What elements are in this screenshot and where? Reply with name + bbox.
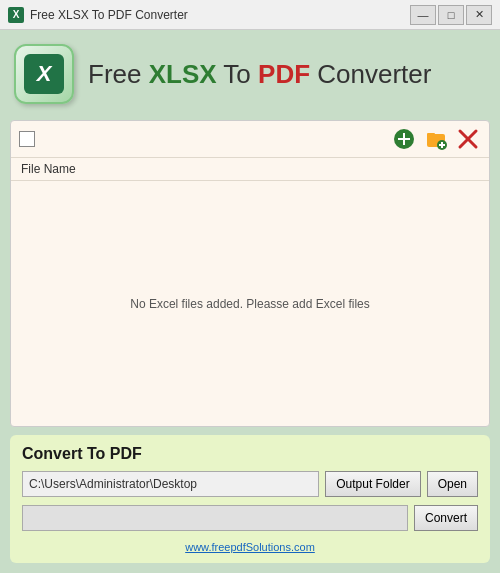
progress-bar bbox=[22, 505, 408, 531]
delete-icon bbox=[457, 128, 479, 150]
convert-button[interactable]: Convert bbox=[414, 505, 478, 531]
file-area-toolbar bbox=[11, 121, 489, 158]
add-files-icon bbox=[393, 128, 415, 150]
app-title: Free XLSX To PDF Converter bbox=[88, 59, 431, 90]
minimize-button[interactable]: — bbox=[410, 5, 436, 25]
title-converter: Converter bbox=[310, 59, 431, 89]
svg-rect-2 bbox=[398, 138, 410, 140]
svg-rect-7 bbox=[439, 144, 445, 146]
title-pdf: PDF bbox=[258, 59, 310, 89]
progress-row: Convert bbox=[22, 505, 478, 531]
title-to: To bbox=[217, 59, 258, 89]
title-bar-controls: — □ ✕ bbox=[410, 5, 492, 25]
path-row: Output Folder Open bbox=[22, 471, 478, 497]
title-bar-icon: X bbox=[8, 7, 24, 23]
add-files-button[interactable] bbox=[391, 127, 417, 151]
file-area: File Name No Excel files added. Pleasse … bbox=[10, 120, 490, 427]
file-list-header: File Name bbox=[11, 158, 489, 181]
delete-files-button[interactable] bbox=[455, 127, 481, 151]
title-bar-text: Free XLSX To PDF Converter bbox=[30, 8, 410, 22]
select-all-checkbox[interactable] bbox=[19, 131, 35, 147]
svg-rect-4 bbox=[427, 133, 435, 137]
main-window: X Free XLSX To PDF Converter bbox=[0, 30, 500, 573]
bottom-section: Convert To PDF Output Folder Open Conver… bbox=[10, 435, 490, 563]
footer-link[interactable]: www.freepdfSolutions.com bbox=[22, 539, 478, 553]
add-folder-icon bbox=[425, 128, 447, 150]
app-icon-letter: X bbox=[24, 54, 64, 94]
output-path-input[interactable] bbox=[22, 471, 319, 497]
app-icon: X bbox=[14, 44, 74, 104]
close-button[interactable]: ✕ bbox=[466, 5, 492, 25]
title-free: Free bbox=[88, 59, 149, 89]
add-folder-button[interactable] bbox=[423, 127, 449, 151]
open-button[interactable]: Open bbox=[427, 471, 478, 497]
title-bar: X Free XLSX To PDF Converter — □ ✕ bbox=[0, 0, 500, 30]
maximize-button[interactable]: □ bbox=[438, 5, 464, 25]
header: X Free XLSX To PDF Converter bbox=[10, 40, 490, 112]
output-folder-button[interactable]: Output Folder bbox=[325, 471, 420, 497]
convert-title: Convert To PDF bbox=[22, 445, 478, 463]
title-xlsx: XLSX bbox=[149, 59, 217, 89]
file-list-empty-message: No Excel files added. Pleasse add Excel … bbox=[11, 181, 489, 426]
